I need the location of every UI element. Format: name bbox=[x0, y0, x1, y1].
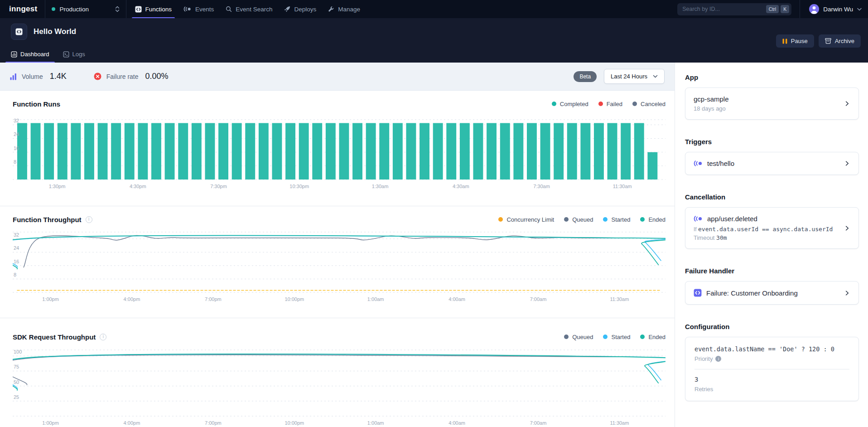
chevron-right-icon bbox=[844, 100, 850, 107]
failure-rate-stat: Failure rate 0.00% bbox=[94, 72, 169, 81]
logs-icon bbox=[63, 51, 69, 58]
nav-item-label: Manage bbox=[338, 6, 360, 13]
x-axis-label: 4:00am bbox=[448, 296, 465, 302]
chart-title: Function Throughput bbox=[13, 216, 82, 223]
chart-legend: Concurrency LimitQueuedStartedEnded bbox=[498, 216, 665, 223]
x-axis-label: 1:00am bbox=[367, 296, 384, 302]
nav-item-event-search[interactable]: Event Search bbox=[220, 0, 278, 18]
event-trigger-icon bbox=[694, 160, 703, 166]
wrench-icon bbox=[328, 6, 334, 12]
global-search[interactable]: Ctrl K bbox=[677, 3, 791, 15]
nav-item-manage[interactable]: Manage bbox=[322, 0, 366, 18]
volume-value: 1.4K bbox=[50, 72, 67, 81]
chevron-down-icon bbox=[857, 8, 862, 11]
tab-label: Dashboard bbox=[20, 51, 49, 58]
top-nav: inngest Production Functions Events Even… bbox=[0, 0, 868, 18]
events-icon bbox=[183, 6, 192, 12]
legend-item[interactable]: Failed bbox=[598, 101, 622, 107]
app-last-deployed: 18 days ago bbox=[694, 105, 838, 112]
function-runs-section: Function Runs CompletedFailedCanceled 81… bbox=[0, 91, 675, 206]
inngest-logo[interactable]: inngest bbox=[9, 5, 38, 14]
nav-item-events[interactable]: Events bbox=[178, 0, 220, 18]
nav-item-label: Event Search bbox=[236, 6, 272, 13]
y-axis-label: 32 bbox=[14, 118, 19, 123]
nav-item-deploys[interactable]: Deploys bbox=[278, 0, 322, 18]
function-icon bbox=[11, 24, 27, 40]
avatar bbox=[809, 4, 819, 14]
app-card[interactable]: gcp-sample 18 days ago bbox=[685, 87, 859, 120]
x-axis-label: 1:00pm bbox=[42, 296, 59, 302]
nav-item-label: Functions bbox=[145, 6, 172, 13]
legend-item[interactable]: Queued bbox=[564, 334, 593, 340]
nav-item-label: Deploys bbox=[294, 6, 316, 13]
chevron-right-icon bbox=[844, 225, 850, 232]
tab-dashboard[interactable]: Dashboard bbox=[11, 51, 49, 63]
legend-item[interactable]: Completed bbox=[552, 101, 588, 107]
function-throughput-section: Function Throughput i Concurrency LimitQ… bbox=[0, 206, 675, 318]
timeout-value: 30m bbox=[716, 234, 727, 241]
chart-plot: 8162432 bbox=[13, 231, 665, 293]
info-icon[interactable]: i bbox=[100, 334, 106, 340]
chevron-right-icon bbox=[844, 160, 850, 167]
x-axis-label: 1:00am bbox=[367, 420, 384, 426]
info-icon[interactable]: i bbox=[715, 356, 721, 362]
legend-item[interactable]: Ended bbox=[640, 334, 665, 340]
y-axis-label: 16 bbox=[14, 146, 19, 151]
legend-item[interactable]: Started bbox=[603, 216, 630, 223]
info-icon[interactable]: i bbox=[86, 216, 92, 223]
main-panel: Volume 1.4K Failure rate 0.00% Beta Last… bbox=[0, 63, 675, 427]
kbd-k: K bbox=[781, 5, 789, 13]
failure-handler-card[interactable]: Failure: Customer Onboarding bbox=[685, 281, 859, 305]
pause-button[interactable]: Pause bbox=[776, 34, 814, 48]
x-axis-label: 7:30am bbox=[533, 184, 550, 189]
condition-prefix: If bbox=[694, 226, 697, 233]
legend-dot bbox=[598, 102, 603, 106]
search-input[interactable] bbox=[682, 6, 764, 12]
retries-label: Retries bbox=[694, 386, 713, 393]
tab-logs[interactable]: Logs bbox=[63, 51, 85, 63]
legend-dot bbox=[632, 102, 637, 106]
chart-x-axis: 1:00pm4:00pm7:00pm10:00pm1:00am4:00am7:0… bbox=[13, 293, 665, 303]
legend-item[interactable]: Started bbox=[603, 334, 630, 340]
volume-label: Volume bbox=[22, 73, 43, 80]
environment-selector[interactable]: Production bbox=[45, 0, 126, 18]
chevron-right-icon bbox=[844, 290, 850, 296]
chevron-down-icon bbox=[653, 75, 658, 78]
legend-dot bbox=[640, 217, 645, 222]
legend-item[interactable]: Ended bbox=[640, 216, 665, 223]
y-axis-label: 8 bbox=[14, 272, 16, 277]
user-menu[interactable]: Darwin Wu bbox=[800, 0, 862, 18]
legend-dot bbox=[498, 217, 503, 222]
cancellation-card[interactable]: app/user.deleted If event.data.userId ==… bbox=[685, 207, 859, 249]
search-icon bbox=[226, 6, 232, 12]
header-actions: Pause Archive bbox=[776, 34, 861, 48]
priority-label: Priority bbox=[694, 355, 713, 362]
x-axis-label: 4:00pm bbox=[124, 420, 140, 426]
x-axis-label: 4:30am bbox=[453, 184, 469, 189]
volume-bars-icon bbox=[10, 73, 17, 80]
x-axis-label: 4:00am bbox=[448, 420, 465, 426]
failure-rate-value: 0.00% bbox=[145, 72, 169, 81]
time-range-dropdown[interactable]: Last 24 Hours bbox=[604, 69, 665, 84]
y-axis-label: 75 bbox=[14, 364, 19, 369]
page-title: Hello World bbox=[34, 27, 76, 36]
pause-icon bbox=[782, 39, 787, 44]
kbd-ctrl: Ctrl bbox=[766, 5, 779, 13]
x-axis-label: 11:30am bbox=[613, 184, 632, 189]
nav-item-functions[interactable]: Functions bbox=[129, 0, 178, 18]
chart-x-axis: 1:00pm4:00pm7:00pm10:00pm1:00am4:00am7:0… bbox=[13, 417, 665, 427]
trigger-card[interactable]: test/hello bbox=[685, 152, 859, 175]
y-axis-label: 25 bbox=[14, 394, 19, 400]
legend-item[interactable]: Canceled bbox=[632, 101, 665, 107]
legend-item[interactable]: Queued bbox=[564, 216, 593, 223]
legend-item[interactable]: Concurrency Limit bbox=[498, 216, 554, 223]
details-sidebar: App gcp-sample 18 days ago Triggers test… bbox=[675, 63, 868, 427]
x-axis-label: 1:00pm bbox=[42, 420, 59, 426]
chart-title: SDK Request Throughput bbox=[13, 333, 96, 341]
chevron-updown-icon bbox=[115, 6, 120, 12]
x-axis-label: 7:00am bbox=[530, 296, 547, 302]
app-heading: App bbox=[685, 73, 859, 81]
stats-bar: Volume 1.4K Failure rate 0.00% Beta Last… bbox=[0, 63, 675, 91]
x-axis-label: 7:30pm bbox=[210, 184, 227, 189]
archive-button[interactable]: Archive bbox=[819, 34, 861, 48]
